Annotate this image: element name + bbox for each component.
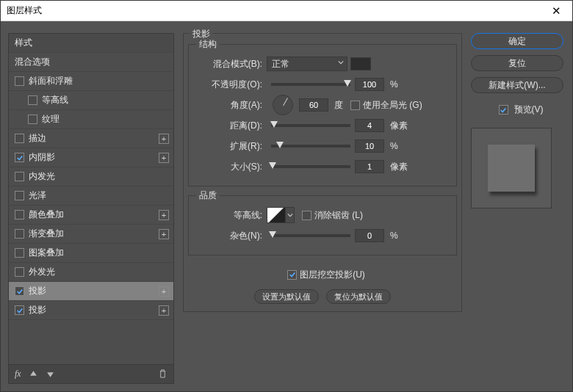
- global-light-checkbox[interactable]: [350, 101, 360, 110]
- window-title: 图层样式: [7, 4, 42, 17]
- contour-picker[interactable]: [267, 207, 286, 223]
- opacity-label: 不透明度(O):: [196, 79, 267, 91]
- noise-label: 杂色(N):: [196, 230, 267, 242]
- style-item-label: 内发光: [29, 170, 55, 183]
- style-checkbox[interactable]: [28, 95, 37, 105]
- style-checkbox[interactable]: [15, 76, 24, 86]
- titlebar: 图层样式 ✕: [1, 1, 572, 21]
- layer-style-dialog: 图层样式 ✕ 样式 混合选项 斜面和浮雕等高线纹理描边+内阴影+内发光光泽颜色叠…: [0, 0, 573, 392]
- style-item-label: 光泽: [29, 189, 46, 202]
- contour-dropdown[interactable]: [286, 207, 295, 223]
- sidebar-header-label: 样式: [15, 37, 32, 49]
- global-light-label: 使用全局光 (G): [363, 99, 422, 112]
- noise-unit: %: [390, 231, 398, 241]
- size-slider[interactable]: [271, 165, 350, 168]
- distance-slider[interactable]: [271, 124, 350, 127]
- reset-default-button[interactable]: 复位为默认值: [326, 289, 391, 304]
- new-style-button[interactable]: 新建样式(W)...: [471, 77, 563, 93]
- quality-legend: 品质: [196, 189, 220, 202]
- trash-icon[interactable]: [158, 369, 167, 379]
- style-item[interactable]: 等高线: [9, 91, 173, 110]
- style-item[interactable]: 图案叠加: [9, 244, 173, 263]
- style-checkbox[interactable]: [15, 191, 24, 200]
- add-effect-icon[interactable]: +: [159, 153, 169, 163]
- quality-group: 品质 等高线: 消除锯齿 (L) 杂色(N):: [188, 195, 457, 255]
- spread-slider[interactable]: [271, 145, 350, 148]
- blend-options-label: 混合选项: [15, 56, 50, 68]
- move-up-icon[interactable]: [29, 369, 38, 379]
- style-item[interactable]: 颜色叠加+: [9, 206, 173, 225]
- opacity-unit: %: [390, 79, 398, 90]
- cancel-button[interactable]: 复位: [471, 55, 563, 71]
- style-item[interactable]: 投影+: [9, 301, 173, 320]
- style-checkbox[interactable]: [15, 229, 24, 239]
- color-swatch[interactable]: [350, 57, 371, 70]
- noise-slider[interactable]: [271, 234, 350, 237]
- opacity-slider[interactable]: [271, 83, 350, 86]
- style-checkbox[interactable]: [15, 248, 24, 258]
- antialias-label: 消除锯齿 (L): [314, 209, 363, 222]
- blend-mode-select[interactable]: 正常: [267, 57, 347, 71]
- blend-mode-value: 正常: [272, 58, 289, 70]
- add-effect-icon[interactable]: +: [159, 286, 169, 297]
- structure-group: 结构 混合模式(B): 正常 不透明度(O): %: [188, 44, 457, 186]
- size-label: 大小(S):: [196, 161, 267, 173]
- style-item-label: 外发光: [29, 266, 55, 278]
- style-checkbox[interactable]: [15, 210, 24, 219]
- add-effect-icon[interactable]: +: [159, 210, 169, 220]
- close-button[interactable]: ✕: [540, 1, 572, 21]
- style-item-label: 颜色叠加: [29, 208, 64, 221]
- sidebar-header: 样式: [9, 34, 173, 53]
- angle-dial[interactable]: [273, 95, 293, 115]
- add-effect-icon[interactable]: +: [159, 305, 169, 316]
- style-item-label: 纹理: [42, 113, 60, 126]
- preview-checkbox[interactable]: [499, 105, 508, 115]
- style-item-label: 渐变叠加: [29, 228, 64, 240]
- style-item[interactable]: 光泽: [9, 186, 173, 206]
- style-checkbox[interactable]: [15, 172, 24, 181]
- style-item[interactable]: 渐变叠加+: [9, 225, 173, 244]
- knockout-checkbox[interactable]: [287, 270, 297, 280]
- antialias-checkbox[interactable]: [302, 211, 311, 220]
- structure-legend: 结构: [196, 38, 220, 51]
- style-item-label: 投影: [29, 304, 46, 316]
- add-effect-icon[interactable]: +: [159, 229, 169, 239]
- style-item[interactable]: 外发光: [9, 263, 173, 282]
- style-item[interactable]: 描边+: [9, 129, 173, 148]
- style-checkbox[interactable]: [15, 153, 24, 162]
- style-item-label: 描边: [29, 132, 46, 145]
- angle-input[interactable]: [299, 98, 328, 112]
- blend-options-row[interactable]: 混合选项: [9, 53, 173, 72]
- ok-button[interactable]: 确定: [471, 33, 563, 49]
- chevron-down-icon: [287, 212, 293, 218]
- preview-thumbnail: [471, 128, 552, 208]
- noise-input[interactable]: [355, 229, 384, 242]
- style-checkbox[interactable]: [15, 286, 24, 296]
- style-checkbox[interactable]: [28, 115, 37, 124]
- size-unit: 像素: [390, 161, 408, 173]
- make-default-button[interactable]: 设置为默认值: [254, 289, 319, 304]
- add-effect-icon[interactable]: +: [159, 134, 169, 144]
- style-checkbox[interactable]: [15, 134, 24, 143]
- style-item[interactable]: 投影+: [9, 282, 173, 301]
- opacity-input[interactable]: [355, 78, 384, 91]
- style-item-label: 斜面和浮雕: [29, 75, 73, 87]
- size-input[interactable]: [355, 160, 384, 173]
- spread-input[interactable]: [355, 139, 384, 153]
- angle-label: 角度(A):: [196, 99, 267, 112]
- knockout-label: 图层挖空投影(U): [300, 269, 365, 281]
- style-item-label: 图案叠加: [29, 247, 64, 259]
- sidebar-footer: fx: [9, 364, 173, 383]
- preview-swatch: [488, 145, 535, 192]
- fx-menu-icon[interactable]: fx: [15, 369, 21, 380]
- style-item[interactable]: 斜面和浮雕: [9, 72, 173, 91]
- style-item[interactable]: 内发光: [9, 167, 173, 186]
- style-item[interactable]: 纹理: [9, 110, 173, 129]
- style-item[interactable]: 内阴影+: [9, 148, 173, 167]
- distance-input[interactable]: [355, 119, 384, 132]
- style-checkbox[interactable]: [15, 305, 24, 315]
- style-checkbox[interactable]: [15, 267, 24, 277]
- spread-label: 扩展(R):: [196, 140, 267, 153]
- move-down-icon[interactable]: [46, 369, 55, 379]
- style-item-label: 投影: [29, 285, 46, 297]
